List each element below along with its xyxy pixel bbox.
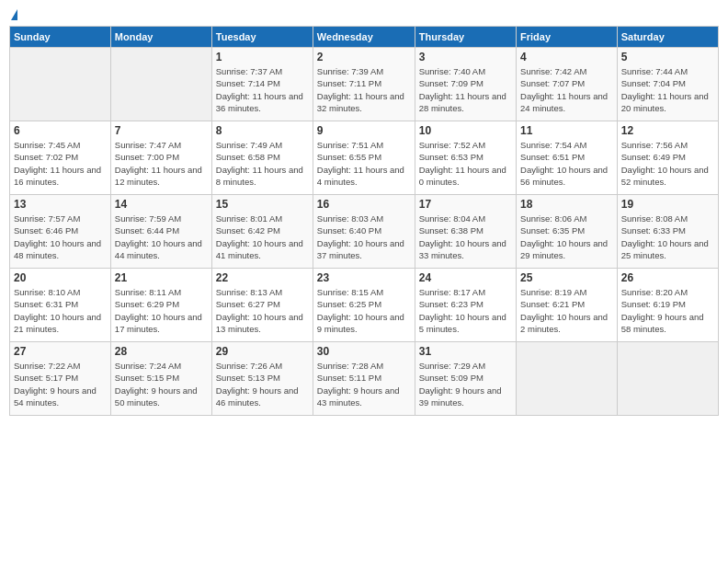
day-number: 10 xyxy=(419,124,512,137)
day-header-wednesday: Wednesday xyxy=(313,27,415,48)
day-number: 3 xyxy=(419,51,512,63)
calendar-cell-w1d2: 8Sunrise: 7:49 AM Sunset: 6:58 PM Daylig… xyxy=(211,121,313,195)
day-detail: Sunrise: 8:19 AM Sunset: 6:21 PM Dayligh… xyxy=(520,286,613,335)
calendar-cell-w0d2: 1Sunrise: 7:37 AM Sunset: 7:14 PM Daylig… xyxy=(211,48,313,121)
calendar-cell-w3d3: 23Sunrise: 8:15 AM Sunset: 6:25 PM Dayli… xyxy=(313,269,415,342)
calendar-cell-w4d6 xyxy=(617,342,718,416)
day-number: 17 xyxy=(419,198,512,211)
day-detail: Sunrise: 8:04 AM Sunset: 6:38 PM Dayligh… xyxy=(419,213,512,261)
day-detail: Sunrise: 7:47 AM Sunset: 7:00 PM Dayligh… xyxy=(115,139,208,188)
calendar-cell-w2d3: 16Sunrise: 8:03 AM Sunset: 6:40 PM Dayli… xyxy=(313,195,415,269)
day-detail: Sunrise: 7:52 AM Sunset: 6:53 PM Dayligh… xyxy=(419,139,512,188)
day-header-tuesday: Tuesday xyxy=(211,27,313,48)
day-number: 11 xyxy=(520,124,613,137)
day-detail: Sunrise: 7:44 AM Sunset: 7:04 PM Dayligh… xyxy=(621,65,714,114)
day-detail: Sunrise: 7:54 AM Sunset: 6:51 PM Dayligh… xyxy=(520,139,613,188)
calendar-cell-w3d0: 20Sunrise: 8:10 AM Sunset: 6:31 PM Dayli… xyxy=(10,269,111,342)
day-number: 2 xyxy=(317,51,411,63)
calendar-cell-w2d6: 19Sunrise: 8:08 AM Sunset: 6:33 PM Dayli… xyxy=(617,195,718,269)
day-detail: Sunrise: 7:59 AM Sunset: 6:44 PM Dayligh… xyxy=(115,213,208,261)
calendar-cell-w0d5: 4Sunrise: 7:42 AM Sunset: 7:07 PM Daylig… xyxy=(517,48,618,121)
calendar-cell-w2d0: 13Sunrise: 7:57 AM Sunset: 6:46 PM Dayli… xyxy=(10,195,111,269)
day-detail: Sunrise: 8:17 AM Sunset: 6:23 PM Dayligh… xyxy=(419,286,512,335)
calendar-cell-w4d1: 28Sunrise: 7:24 AM Sunset: 5:15 PM Dayli… xyxy=(110,342,211,416)
day-detail: Sunrise: 7:57 AM Sunset: 6:46 PM Dayligh… xyxy=(14,213,107,261)
calendar-cell-w3d6: 26Sunrise: 8:20 AM Sunset: 6:19 PM Dayli… xyxy=(617,269,718,342)
day-detail: Sunrise: 7:39 AM Sunset: 7:11 PM Dayligh… xyxy=(317,65,411,114)
calendar-cell-w1d4: 10Sunrise: 7:52 AM Sunset: 6:53 PM Dayli… xyxy=(415,121,516,195)
page-header xyxy=(9,9,719,20)
day-detail: Sunrise: 7:37 AM Sunset: 7:14 PM Dayligh… xyxy=(216,65,309,114)
day-number: 12 xyxy=(621,124,714,137)
day-detail: Sunrise: 8:10 AM Sunset: 6:31 PM Dayligh… xyxy=(14,286,107,335)
calendar-cell-w3d2: 22Sunrise: 8:13 AM Sunset: 6:27 PM Dayli… xyxy=(211,269,313,342)
logo xyxy=(9,9,17,20)
day-number: 27 xyxy=(14,345,107,358)
calendar-cell-w1d3: 9Sunrise: 7:51 AM Sunset: 6:55 PM Daylig… xyxy=(313,121,415,195)
day-number: 18 xyxy=(520,198,613,211)
calendar-cell-w3d4: 24Sunrise: 8:17 AM Sunset: 6:23 PM Dayli… xyxy=(415,269,516,342)
day-header-friday: Friday xyxy=(517,27,618,48)
day-number: 7 xyxy=(115,124,208,137)
day-number: 9 xyxy=(317,124,411,137)
day-number: 5 xyxy=(621,51,714,63)
day-detail: Sunrise: 7:51 AM Sunset: 6:55 PM Dayligh… xyxy=(317,139,411,188)
day-detail: Sunrise: 8:11 AM Sunset: 6:29 PM Dayligh… xyxy=(115,286,208,335)
day-number: 1 xyxy=(216,51,309,63)
calendar-cell-w1d5: 11Sunrise: 7:54 AM Sunset: 6:51 PM Dayli… xyxy=(517,121,618,195)
day-number: 14 xyxy=(115,198,208,211)
day-header-saturday: Saturday xyxy=(617,27,718,48)
day-header-sunday: Sunday xyxy=(10,27,111,48)
calendar-cell-w1d0: 6Sunrise: 7:45 AM Sunset: 7:02 PM Daylig… xyxy=(10,121,111,195)
logo-triangle-icon xyxy=(11,9,17,20)
day-detail: Sunrise: 8:01 AM Sunset: 6:42 PM Dayligh… xyxy=(216,213,309,261)
day-number: 28 xyxy=(115,345,208,358)
day-number: 8 xyxy=(216,124,309,137)
day-number: 13 xyxy=(14,198,107,211)
day-detail: Sunrise: 8:03 AM Sunset: 6:40 PM Dayligh… xyxy=(317,213,411,261)
day-header-monday: Monday xyxy=(110,27,211,48)
calendar-cell-w0d0 xyxy=(10,48,111,121)
day-detail: Sunrise: 7:29 AM Sunset: 5:09 PM Dayligh… xyxy=(419,360,512,408)
day-detail: Sunrise: 7:28 AM Sunset: 5:11 PM Dayligh… xyxy=(317,360,411,408)
day-number: 31 xyxy=(419,345,512,358)
calendar-cell-w2d2: 15Sunrise: 8:01 AM Sunset: 6:42 PM Dayli… xyxy=(211,195,313,269)
day-number: 15 xyxy=(216,198,309,211)
day-number: 24 xyxy=(419,271,512,284)
calendar-cell-w4d4: 31Sunrise: 7:29 AM Sunset: 5:09 PM Dayli… xyxy=(415,342,516,416)
day-detail: Sunrise: 7:45 AM Sunset: 7:02 PM Dayligh… xyxy=(14,139,107,188)
day-number: 4 xyxy=(520,51,613,63)
day-detail: Sunrise: 8:08 AM Sunset: 6:33 PM Dayligh… xyxy=(621,213,714,261)
day-number: 16 xyxy=(317,198,411,211)
day-detail: Sunrise: 7:42 AM Sunset: 7:07 PM Dayligh… xyxy=(520,65,613,114)
day-detail: Sunrise: 8:20 AM Sunset: 6:19 PM Dayligh… xyxy=(621,286,714,335)
day-detail: Sunrise: 7:56 AM Sunset: 6:49 PM Dayligh… xyxy=(621,139,714,188)
calendar-cell-w4d2: 29Sunrise: 7:26 AM Sunset: 5:13 PM Dayli… xyxy=(211,342,313,416)
calendar-cell-w4d0: 27Sunrise: 7:22 AM Sunset: 5:17 PM Dayli… xyxy=(10,342,111,416)
day-detail: Sunrise: 7:24 AM Sunset: 5:15 PM Dayligh… xyxy=(115,360,208,408)
day-number: 6 xyxy=(14,124,107,137)
day-header-thursday: Thursday xyxy=(415,27,516,48)
calendar-cell-w3d1: 21Sunrise: 8:11 AM Sunset: 6:29 PM Dayli… xyxy=(110,269,211,342)
calendar-cell-w0d6: 5Sunrise: 7:44 AM Sunset: 7:04 PM Daylig… xyxy=(617,48,718,121)
calendar-cell-w0d1 xyxy=(110,48,211,121)
day-number: 19 xyxy=(621,198,714,211)
day-number: 29 xyxy=(216,345,309,358)
calendar-cell-w2d4: 17Sunrise: 8:04 AM Sunset: 6:38 PM Dayli… xyxy=(415,195,516,269)
calendar-cell-w1d6: 12Sunrise: 7:56 AM Sunset: 6:49 PM Dayli… xyxy=(617,121,718,195)
day-detail: Sunrise: 8:15 AM Sunset: 6:25 PM Dayligh… xyxy=(317,286,411,335)
calendar-cell-w0d3: 2Sunrise: 7:39 AM Sunset: 7:11 PM Daylig… xyxy=(313,48,415,121)
day-number: 22 xyxy=(216,271,309,284)
day-detail: Sunrise: 7:49 AM Sunset: 6:58 PM Dayligh… xyxy=(216,139,309,188)
day-number: 20 xyxy=(14,271,107,284)
calendar-cell-w0d4: 3Sunrise: 7:40 AM Sunset: 7:09 PM Daylig… xyxy=(415,48,516,121)
day-detail: Sunrise: 8:13 AM Sunset: 6:27 PM Dayligh… xyxy=(216,286,309,335)
day-detail: Sunrise: 8:06 AM Sunset: 6:35 PM Dayligh… xyxy=(520,213,613,261)
day-number: 23 xyxy=(317,271,411,284)
calendar-table: SundayMondayTuesdayWednesdayThursdayFrid… xyxy=(9,26,719,416)
calendar-cell-w3d5: 25Sunrise: 8:19 AM Sunset: 6:21 PM Dayli… xyxy=(517,269,618,342)
calendar-cell-w1d1: 7Sunrise: 7:47 AM Sunset: 7:00 PM Daylig… xyxy=(110,121,211,195)
day-number: 30 xyxy=(317,345,411,358)
day-detail: Sunrise: 7:22 AM Sunset: 5:17 PM Dayligh… xyxy=(14,360,107,408)
calendar-cell-w2d1: 14Sunrise: 7:59 AM Sunset: 6:44 PM Dayli… xyxy=(110,195,211,269)
